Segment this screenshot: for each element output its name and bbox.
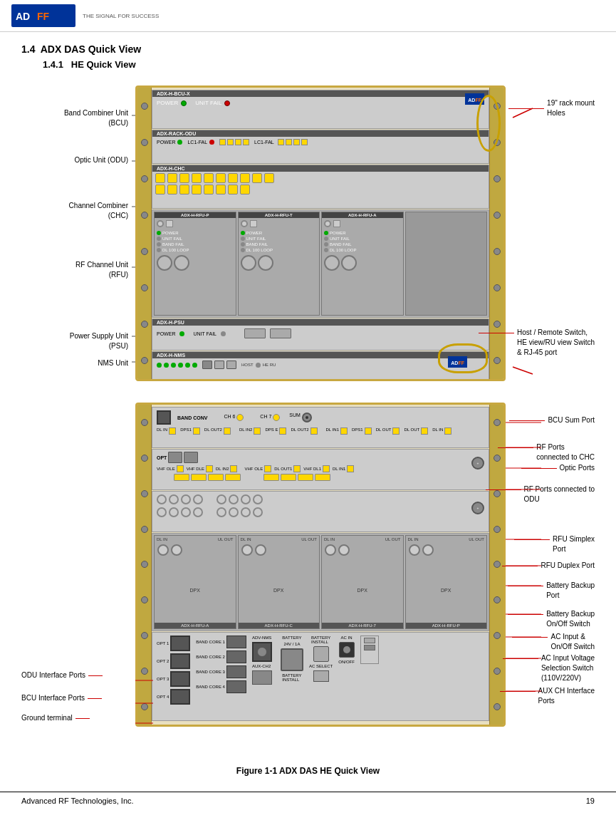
main-content: 1.4 ADX DAS Quick View 1.4.1 HE Quick Vi… bbox=[0, 32, 616, 789]
label-odu: Optic Unit (ODU) bbox=[36, 155, 128, 165]
logo: AD FF THE SIGNAL FOR SUCCESS bbox=[11, 4, 159, 27]
bottom-interior: BAND CONV CH 6 CH 7 SUM bbox=[152, 405, 489, 723]
callout-ac-input: AC Input &On/Off Switch bbox=[512, 632, 595, 652]
callout-ac-voltage: AC Input VoltageSelection Switch(110V/22… bbox=[503, 653, 595, 683]
unit-rfu: ADX-H-RFU-P POWER UNIT FAIL BAND FAIL DL… bbox=[152, 209, 489, 318]
callout-rfu-duplex: RFU Duplex Port bbox=[502, 561, 595, 571]
callout-odu-interface: ODU Interface Ports bbox=[21, 670, 103, 680]
footer-page: 19 bbox=[586, 797, 595, 805]
callout-battery-onoff: Battery BackupOn/Off Switch bbox=[508, 609, 595, 629]
callout-battery-backup-port: Battery BackupPort bbox=[508, 581, 595, 601]
bcu-sum-unit: BAND CONV CH 6 CH 7 SUM bbox=[152, 407, 489, 448]
top-diagram-container: Band Combiner Unit(BCU) Optic Unit (ODU)… bbox=[21, 78, 595, 385]
footer-company: Advanced RF Technologies, Inc. bbox=[21, 797, 134, 805]
bottom-rack-frame: BAND CONV CH 6 CH 7 SUM bbox=[135, 403, 506, 727]
callout-rf-chc: RF Portsconnected to CHC bbox=[498, 442, 595, 462]
svg-line-10 bbox=[513, 367, 533, 374]
callout-ground: Ground terminal bbox=[21, 713, 90, 723]
top-rack-frame: ADX-H-BCU-X POWER UNIT FAIL ADFF bbox=[135, 85, 506, 381]
footer: Advanced RF Technologies, Inc. 19 bbox=[0, 792, 616, 809]
label-psu: Power Supply Unit(PSU) bbox=[36, 331, 128, 351]
callout-bcu-sum: BCU Sum Port bbox=[509, 415, 595, 425]
figure-caption: Figure 1-1 ADX DAS HE Quick View bbox=[21, 766, 595, 776]
rack-interior: ADX-H-BCU-X POWER UNIT FAIL ADFF bbox=[152, 88, 489, 381]
bottom-rail-left bbox=[137, 405, 152, 725]
callout-bcu-interface: BCU Interface Ports bbox=[21, 693, 102, 703]
label-bcu: Band Combiner Unit(BCU) bbox=[36, 108, 128, 128]
opt-rf-unit: OPT VHF OLE VHF DLE DL IN2 VHF OLE bbox=[152, 449, 489, 490]
rfu-main-unit: DL IN UL OUT DPX ADX-H-RFU-A bbox=[152, 533, 489, 631]
callout-optic: Optic Ports bbox=[521, 463, 595, 473]
section-title: 1.4 ADX DAS Quick View bbox=[21, 43, 595, 55]
subsection-title: 1.4.1 HE Quick View bbox=[43, 59, 595, 70]
bottom-panel-unit: OPT 1 OPT 2 OPT 3 bbox=[152, 632, 489, 721]
header: AD FF THE SIGNAL FOR SUCCESS bbox=[0, 0, 616, 32]
callout-aux-ch: AUX CH InterfacePorts bbox=[500, 686, 595, 706]
unit-bcu: ADX-H-BCU-X POWER UNIT FAIL ADFF bbox=[152, 90, 489, 129]
logo-tagline: THE SIGNAL FOR SUCCESS bbox=[83, 13, 159, 19]
unit-psu: ADX-H-PSU POWER UNIT FAIL bbox=[152, 318, 489, 351]
svg-text:FF: FF bbox=[37, 11, 50, 22]
callout-rf-odu: RF Ports connected toODU bbox=[486, 484, 595, 504]
unit-nms: ADX-H-NMS HOST bbox=[152, 351, 489, 381]
label-chc: Channel Combiner(CHC) bbox=[36, 201, 128, 221]
logo-box: AD FF bbox=[11, 4, 75, 27]
rf-odu-unit: + bbox=[152, 491, 489, 532]
unit-odu: ADX-RACK-ODU POWER LC1-FAL bbox=[152, 130, 489, 164]
top-right-callout-rack-holes: 19" rack mountHoles bbox=[508, 98, 595, 118]
rail-left bbox=[137, 88, 152, 379]
bottom-diagram-container: BAND CONV CH 6 CH 7 SUM bbox=[21, 395, 595, 759]
callout-rfu-simplex: RFU SimplexPort bbox=[514, 534, 595, 554]
top-right-callout-host-switch: Host / Remote Switch,HE view/RU view Swi… bbox=[479, 328, 595, 358]
label-nms: NMS Unit bbox=[36, 358, 128, 368]
svg-text:AD: AD bbox=[16, 11, 30, 22]
unit-chc: ADX-H-CHC bbox=[152, 165, 489, 209]
label-rfu: RF Channel Unit(RFU) bbox=[36, 260, 128, 280]
page-wrapper: AD FF THE SIGNAL FOR SUCCESS 1.4 ADX DAS… bbox=[0, 0, 616, 840]
